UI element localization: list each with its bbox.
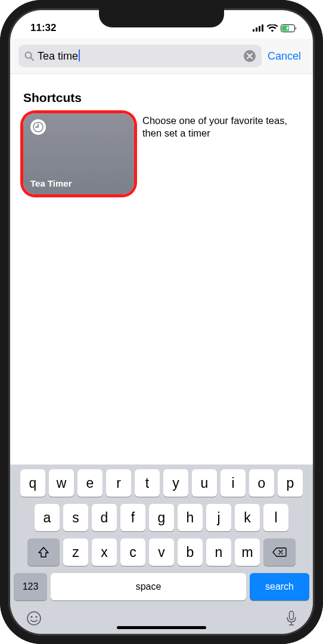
key-c[interactable]: c [120,538,145,566]
key-y[interactable]: y [163,469,188,497]
shortcut-tea-timer[interactable]: Tea Timer [23,113,134,194]
key-x[interactable]: x [92,538,117,566]
search-icon [24,51,34,61]
key-r[interactable]: r [106,469,131,497]
key-j[interactable]: j [206,504,231,531]
numeric-key[interactable]: 123 [14,573,47,600]
shortcut-description: Choose one of your favorite teas, then s… [142,113,301,140]
key-z[interactable]: z [63,538,88,566]
svg-point-11 [36,616,38,618]
home-indicator[interactable] [117,626,206,629]
svg-rect-1 [256,27,257,32]
clock-icon [30,119,46,135]
search-bar: Tea time Cancel [10,39,313,74]
section-title: Shortcuts [23,91,301,105]
key-m[interactable]: m [235,538,260,566]
key-v[interactable]: v [149,538,174,566]
dictation-icon[interactable] [285,610,297,629]
key-l[interactable]: l [263,504,288,531]
cancel-button[interactable]: Cancel [268,50,305,63]
wifi-icon [267,24,278,32]
key-a[interactable]: a [35,504,60,531]
key-g[interactable]: g [149,504,174,531]
emoji-icon[interactable] [26,610,42,629]
key-s[interactable]: s [63,504,88,531]
clear-search-button[interactable] [244,50,256,62]
key-b[interactable]: b [178,538,203,566]
status-time: 11:32 [30,22,56,34]
key-n[interactable]: n [206,538,231,566]
svg-line-7 [31,58,34,61]
search-input[interactable]: Tea time [18,45,262,67]
key-t[interactable]: t [135,469,160,497]
svg-rect-2 [259,26,260,32]
svg-point-10 [31,616,33,618]
key-o[interactable]: o [249,469,274,497]
cell-signal-icon [253,24,264,32]
space-key[interactable]: space [51,573,246,600]
backspace-key[interactable] [263,538,296,566]
key-w[interactable]: w [49,469,74,497]
keyboard: qwertyuiop asdfghjkl zxcvbnm 123 space s… [10,465,313,608]
key-h[interactable]: h [178,504,203,531]
search-value: Tea time [38,49,240,63]
search-key[interactable]: search [250,573,309,600]
key-e[interactable]: e [77,469,103,497]
key-k[interactable]: k [235,504,260,531]
key-u[interactable]: u [192,469,217,497]
key-q[interactable]: q [20,469,45,497]
results-area: Shortcuts Tea Timer Choose one of your f… [10,74,313,465]
shift-key[interactable] [27,538,60,566]
keyboard-toolbar [10,608,313,634]
key-f[interactable]: f [120,504,145,531]
svg-point-9 [27,612,41,625]
svg-rect-0 [253,29,254,32]
key-d[interactable]: d [92,504,117,531]
svg-rect-12 [290,611,294,620]
key-i[interactable]: i [220,469,246,497]
key-p[interactable]: p [278,469,303,497]
svg-rect-3 [262,24,263,32]
shortcut-title: Tea Timer [30,178,127,188]
battery-charging-icon [281,24,297,32]
